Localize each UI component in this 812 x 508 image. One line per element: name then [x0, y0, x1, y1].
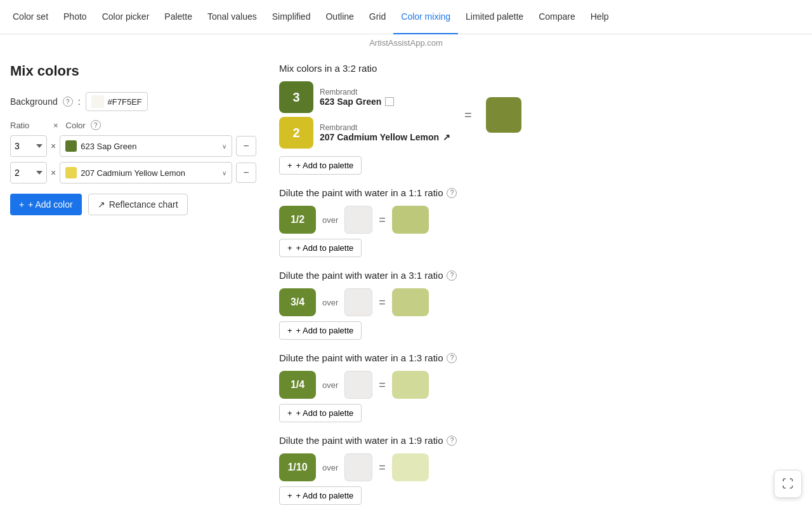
color-help-icon[interactable]: ?: [91, 120, 101, 130]
add-palette-label: + Add to palette: [296, 161, 354, 170]
x-label: ×: [53, 121, 58, 130]
add-dilute-label-1: + Add to palette: [296, 326, 354, 335]
add-to-palette-dilute-button-0[interactable]: + + Add to palette: [279, 239, 362, 257]
remove-color-button-1[interactable]: −: [236, 163, 256, 183]
over-label-1: over: [322, 298, 338, 307]
fullscreen-icon: ⛶: [782, 478, 794, 491]
color-picker-1[interactable]: 207 Cadmium Yellow Lemon ∨: [60, 162, 232, 184]
fraction-badge-1: 3/4: [279, 288, 316, 316]
color-picker-0[interactable]: 623 Sap Green ∨: [60, 135, 232, 157]
equals-dilute-2: =: [379, 378, 386, 392]
subtitle: ArtistAssistApp.com: [0, 34, 812, 50]
nav-item-photo[interactable]: Photo: [56, 0, 95, 34]
left-panel: Mix colors Background ? : #F7F5EF Ratio …: [0, 50, 266, 508]
ratio-select-0[interactable]: 3: [10, 135, 47, 157]
nav-item-compare[interactable]: Compare: [531, 0, 583, 34]
dilute-title-text-1: Dilute the paint with water in a 3:1 rat…: [279, 270, 443, 281]
page-title: Mix colors: [10, 63, 256, 79]
equals-sign: =: [464, 108, 472, 123]
paint-badge-1: 2: [279, 117, 313, 149]
mix-result-swatch: [486, 97, 521, 133]
dilute-help-icon-0[interactable]: ?: [447, 188, 457, 198]
water-swatch-1: [344, 288, 372, 316]
nav-item-color-mixing[interactable]: Color mixing: [393, 0, 458, 34]
ratio-select-1[interactable]: 2: [10, 162, 47, 184]
background-colon: :: [78, 97, 81, 107]
background-swatch: [91, 95, 104, 108]
fraction-badge-3: 1/10: [279, 453, 316, 481]
dilute-section-3: Dilute the paint with water in a 1:9 rat…: [279, 435, 799, 505]
add-to-palette-dilute-button-1[interactable]: + + Add to palette: [279, 321, 362, 340]
add-dilute-label-2: + Add to palette: [296, 408, 354, 418]
remove-color-button-0[interactable]: −: [236, 136, 256, 156]
action-row: + + Add color ↗ Reflectance chart: [10, 194, 256, 215]
dilute-title-text-0: Dilute the paint with water in a 1:1 rat…: [279, 187, 443, 198]
paint-info-1: Rembrandt 207 Cadmium Yellow Lemon ↗: [320, 123, 450, 142]
dilute-row-1: 3/4 over =: [279, 288, 799, 316]
add-color-button[interactable]: + + Add color: [10, 194, 82, 215]
fraction-badge-2: 1/4: [279, 371, 316, 399]
fullscreen-button[interactable]: ⛶: [774, 470, 802, 498]
dilute-result-swatch-1: [392, 288, 429, 316]
nav-item-limited-palette[interactable]: Limited palette: [458, 0, 531, 34]
nav-item-color-picker[interactable]: Color picker: [95, 0, 157, 34]
color-name-1: 207 Cadmium Yellow Lemon: [81, 168, 218, 178]
dilute-help-icon-2[interactable]: ?: [447, 353, 457, 363]
nav-item-simplified[interactable]: Simplified: [265, 0, 318, 34]
background-row: Background ? : #F7F5EF: [10, 92, 256, 111]
background-help-icon[interactable]: ?: [63, 97, 73, 107]
background-label: Background: [10, 97, 58, 107]
paint-brand-1: Rembrandt: [320, 123, 450, 132]
dilute-help-icon-3[interactable]: ?: [447, 436, 457, 446]
dilute-result-swatch-0: [392, 206, 429, 234]
color-name-0: 623 Sap Green: [81, 142, 218, 151]
nav-item-help[interactable]: Help: [583, 0, 617, 34]
color-row-0: 3 × 623 Sap Green ∨ −: [10, 135, 256, 157]
paint-badge-0: 3: [279, 81, 313, 113]
background-swatch-box[interactable]: #F7F5EF: [86, 92, 148, 111]
add-to-palette-dilute-button-2[interactable]: + + Add to palette: [279, 404, 362, 422]
checkbox-icon-0[interactable]: [385, 97, 394, 106]
nav-item-color-set[interactable]: Color set: [5, 0, 56, 34]
add-color-plus-icon: +: [19, 199, 24, 210]
dilute-row-2: 1/4 over =: [279, 371, 799, 399]
reflectance-label: Reflectance chart: [109, 199, 178, 210]
color-swatch-1: [65, 167, 77, 178]
dilute-title-0: Dilute the paint with water in a 1:1 rat…: [279, 187, 799, 198]
add-dilute-icon-0: +: [287, 243, 292, 253]
add-dilute-icon-1: +: [287, 326, 292, 335]
mix-title: Mix colors in a 3:2 ratio: [279, 63, 799, 74]
water-swatch-3: [344, 453, 372, 481]
add-to-palette-main-button[interactable]: + + Add to palette: [279, 156, 362, 175]
ext-link-icon-1[interactable]: ↗: [443, 132, 450, 142]
color-row-1: 2 × 207 Cadmium Yellow Lemon ∨ −: [10, 162, 256, 184]
dilute-title-text-2: Dilute the paint with water in a 1:3 rat…: [279, 352, 443, 363]
add-dilute-icon-2: +: [287, 408, 292, 418]
dilute-help-icon-1[interactable]: ?: [447, 271, 457, 281]
paint-brand-0: Rembrandt: [320, 88, 394, 97]
add-to-palette-dilute-button-3[interactable]: + + Add to palette: [279, 486, 362, 505]
right-panel: Mix colors in a 3:2 ratio 3 Rembrandt 62…: [266, 50, 812, 508]
equals-dilute-3: =: [379, 461, 386, 474]
paint-row-1: 2 Rembrandt 207 Cadmium Yellow Lemon ↗: [279, 117, 450, 149]
nav-item-palette[interactable]: Palette: [157, 0, 200, 34]
paint-info-0: Rembrandt 623 Sap Green: [320, 88, 394, 107]
chevron-icon-1: ∨: [222, 170, 226, 177]
paint-name-0: 623 Sap Green: [320, 97, 394, 107]
navigation: Color setPhotoColor pickerPaletteTonal v…: [0, 0, 812, 34]
chart-icon: ↗: [98, 199, 105, 210]
dilute-result-swatch-2: [392, 371, 429, 399]
dilute-section-0: Dilute the paint with water in a 1:1 rat…: [279, 187, 799, 257]
reflectance-chart-button[interactable]: ↗ Reflectance chart: [88, 194, 188, 215]
dilute-row-0: 1/2 over =: [279, 206, 799, 234]
dilute-result-swatch-3: [392, 453, 429, 481]
equals-dilute-1: =: [379, 296, 386, 309]
water-swatch-0: [344, 206, 372, 234]
mix-colors-row: 3 Rembrandt 623 Sap Green 2 Rembrandt 20…: [279, 81, 799, 149]
nav-item-tonal-values[interactable]: Tonal values: [200, 0, 265, 34]
nav-item-outline[interactable]: Outline: [318, 0, 361, 34]
add-color-label: + Add color: [28, 199, 72, 210]
nav-item-grid[interactable]: Grid: [362, 0, 393, 34]
color-col-label: Color: [66, 121, 86, 130]
equals-dilute-0: =: [379, 213, 386, 227]
